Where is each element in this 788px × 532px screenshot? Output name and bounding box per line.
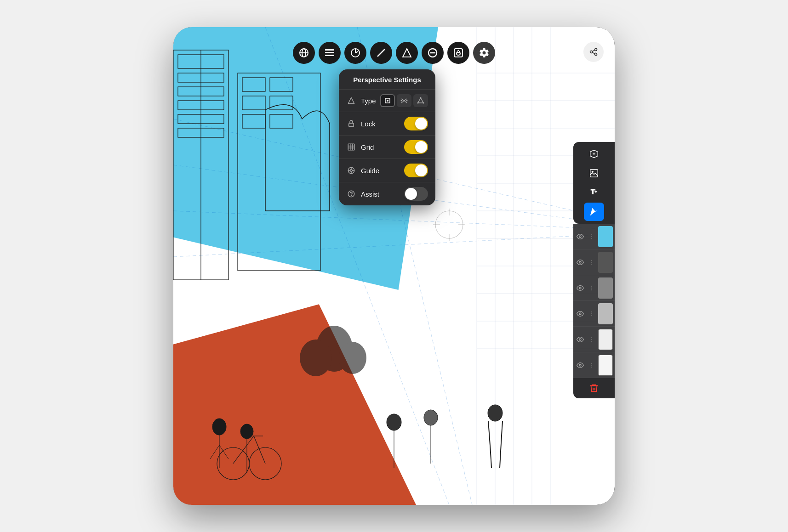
layer-options-icon[interactable] (587, 311, 596, 317)
svg-point-89 (423, 102, 424, 104)
svg-point-122 (591, 315, 592, 316)
svg-point-123 (579, 339, 581, 340)
svg-point-126 (591, 340, 592, 341)
svg-point-110 (591, 238, 592, 238)
perspective-layer-button[interactable] (584, 203, 604, 221)
svg-point-127 (579, 364, 581, 366)
assist-toggle[interactable] (404, 187, 428, 201)
type-row: Type (339, 90, 435, 112)
new-layer-button[interactable] (584, 145, 604, 163)
guide-icon (346, 165, 356, 175)
svg-point-112 (591, 260, 592, 260)
svg-point-88 (420, 97, 422, 99)
svg-point-115 (579, 287, 581, 289)
canvas-area: Perspective Settings Type (173, 27, 615, 505)
layers-list (573, 224, 615, 378)
svg-point-86 (406, 100, 408, 102)
guide-row: Guide (339, 159, 435, 182)
svg-point-98 (350, 170, 353, 172)
svg-point-130 (591, 366, 592, 367)
svg-point-109 (591, 236, 592, 237)
svg-line-77 (348, 97, 351, 104)
radial-tool-button[interactable] (344, 42, 366, 64)
list-item[interactable] (573, 249, 615, 275)
toolbar (293, 42, 495, 64)
svg-point-52 (488, 405, 502, 421)
visibility-icon[interactable] (573, 233, 587, 240)
svg-point-116 (591, 285, 592, 286)
type-3pt-button[interactable] (413, 94, 428, 107)
svg-point-118 (591, 289, 592, 290)
svg-point-117 (591, 287, 592, 288)
visibility-icon[interactable] (573, 259, 587, 266)
visibility-icon[interactable] (573, 362, 587, 369)
guide-toggle[interactable] (404, 164, 428, 177)
layer-thumbnail (598, 329, 613, 350)
svg-point-111 (579, 261, 581, 263)
guide-label: Guide (361, 167, 404, 175)
layer-options-icon[interactable] (587, 285, 596, 291)
import-image-button[interactable] (584, 164, 604, 182)
svg-rect-91 (349, 123, 354, 127)
perspective-tool-button[interactable] (293, 42, 315, 64)
type-icon (346, 96, 356, 106)
type-1pt-button[interactable] (380, 94, 395, 107)
layers-panel (573, 142, 615, 398)
settings-tool-button[interactable] (473, 42, 495, 64)
layer-thumbnail (598, 355, 613, 376)
grid-row: Grid (339, 136, 435, 159)
layer-thumbnail (598, 252, 613, 273)
red-walkway (173, 304, 416, 505)
list-item[interactable] (573, 275, 615, 301)
visibility-icon[interactable] (573, 284, 587, 292)
remove-tool-button[interactable] (422, 42, 444, 64)
visibility-icon[interactable] (573, 336, 587, 343)
panel-title: Perspective Settings (339, 69, 435, 90)
add-tool-button[interactable] (447, 42, 469, 64)
device-frame: Perspective Settings Type (173, 27, 615, 505)
type-2pt-button[interactable] (397, 94, 411, 107)
svg-point-48 (387, 414, 401, 430)
layer-options-icon[interactable] (587, 336, 596, 343)
svg-point-121 (591, 313, 592, 314)
grid-label: Grid (361, 143, 404, 151)
lock-toggle[interactable] (404, 117, 428, 130)
svg-point-80 (387, 100, 388, 102)
lines-tool-button[interactable] (370, 42, 392, 64)
svg-point-129 (591, 364, 592, 365)
assist-icon (346, 189, 356, 199)
visibility-icon[interactable] (573, 310, 587, 317)
svg-rect-66 (325, 55, 334, 56)
svg-point-120 (591, 311, 592, 312)
svg-point-124 (591, 337, 592, 338)
grid-icon (346, 142, 356, 152)
symmetry-tool-button[interactable] (396, 42, 418, 64)
svg-point-107 (579, 236, 581, 238)
layer-options-icon[interactable] (587, 362, 596, 368)
assist-row: Assist (339, 182, 435, 205)
svg-marker-87 (418, 98, 423, 103)
text-button[interactable] (584, 183, 604, 202)
layer-thumbnail (598, 226, 613, 247)
hatching-tool-button[interactable] (319, 42, 341, 64)
svg-line-70 (377, 49, 385, 57)
delete-layer-button[interactable] (573, 378, 615, 398)
type-selector (380, 94, 428, 107)
layer-options-icon[interactable] (587, 259, 596, 266)
grid-toggle[interactable] (404, 140, 428, 154)
list-item[interactable] (573, 352, 615, 378)
type-label: Type (361, 97, 380, 105)
svg-rect-64 (325, 49, 334, 51)
lock-row: Lock (339, 112, 435, 136)
layer-options-icon[interactable] (587, 233, 596, 240)
svg-point-119 (579, 313, 581, 315)
share-button[interactable] (583, 42, 604, 62)
lock-label: Lock (361, 120, 404, 128)
perspective-settings-panel: Perspective Settings Type (339, 69, 435, 205)
svg-point-128 (591, 362, 592, 363)
list-item[interactable] (573, 327, 615, 352)
svg-point-125 (591, 339, 592, 340)
list-item[interactable] (573, 224, 615, 249)
svg-rect-92 (348, 144, 354, 150)
list-item[interactable] (573, 301, 615, 327)
